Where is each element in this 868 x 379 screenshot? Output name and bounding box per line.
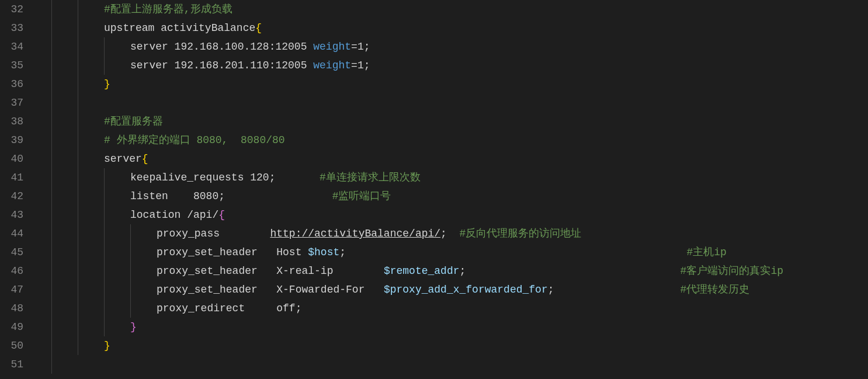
close-brace: } [104,340,110,352]
line-number: 38 [0,112,23,131]
indent-guide [51,224,52,243]
indent-guide [78,224,78,243]
comment: #配置服务器 [104,116,163,127]
indent-guide [104,299,105,318]
directive: server 192.168.201.110:12005 [130,60,313,71]
code-line[interactable] [40,93,868,112]
code-line[interactable]: } [40,318,868,336]
semicolon: ; [364,60,370,71]
indent-guide [104,37,105,56]
directive: server 192.168.100.128:12005 [130,41,313,53]
indent-guide [51,318,52,336]
comment: #客户端访问的真实ip [680,265,783,277]
indent-guide [104,280,105,299]
line-number: 48 [0,299,23,318]
code-line[interactable]: } [40,336,868,355]
line-number: 43 [0,206,23,224]
code-line[interactable]: proxy_pass http://activityBalance/api/; … [40,224,868,243]
url: http://activityBalance/api/ [270,228,440,239]
code-line-content: server 192.168.100.128:12005 weight=1; [40,41,370,53]
directive: server [104,153,142,165]
line-number: 44 [0,224,23,243]
code-line[interactable]: proxy_redirect off; [40,299,868,318]
indent-guide [130,280,131,299]
code-editor[interactable]: 3233343536373839404142434445464748495051… [0,0,868,379]
code-line-content: upstream activityBalance{ [40,22,262,34]
indent-guide [51,37,52,56]
code-line[interactable]: server{ [40,149,868,168]
semicolon: ; [460,265,466,277]
indent-guide [51,168,52,187]
code-line[interactable]: proxy_set_header X-real-ip $remote_addr;… [40,262,868,280]
line-number: 40 [0,149,23,168]
code-line[interactable]: server 192.168.201.110:12005 weight=1; [40,56,868,75]
semicolon: ; [440,228,447,239]
code-line[interactable]: keepalive_requests 120; #单连接请求上限次数 [40,168,868,187]
code-line-content: server 192.168.201.110:12005 weight=1; [40,60,370,71]
indent-guide [78,112,78,131]
code-line-content: proxy_set_header X-Fowarded-For $proxy_a… [40,284,749,295]
indent-guide [51,112,52,131]
indent-guide [78,280,78,299]
code-line[interactable] [40,355,868,374]
code-line[interactable]: proxy_set_header Host $host; #主机ip [40,243,868,262]
code-line[interactable]: #配置服务器 [40,112,868,131]
code-line-content: location /api/{ [40,209,225,221]
param: weight [313,41,351,53]
directive: location /api/ [130,209,218,221]
code-line[interactable]: location /api/{ [40,206,868,224]
indent-guide [104,168,105,187]
indent-guide [51,0,52,19]
code-line-content: listen 8080; #监听端口号 [40,190,391,202]
indent-guide [130,299,131,318]
code-area[interactable]: #配置上游服务器,形成负载upstream activityBalance{se… [35,0,868,379]
indent-guide [51,19,52,37]
line-number: 34 [0,37,23,56]
code-line[interactable]: proxy_set_header X-Fowarded-For $proxy_a… [40,280,868,299]
indent-guide [78,318,78,336]
directive: upstream activityBalance [104,22,255,34]
comment: # 外界绑定的端口 8080, 8080/80 [104,134,285,146]
directive: proxy_set_header Host [157,246,308,258]
spacer [346,246,686,258]
code-line[interactable]: #配置上游服务器,形成负载 [40,0,868,19]
indent-guide [130,224,131,243]
code-line[interactable]: upstream activityBalance{ [40,19,868,37]
indent-guide [51,243,52,262]
code-line[interactable]: listen 8080; #监听端口号 [40,187,868,206]
code-line[interactable]: } [40,75,868,93]
indent-guide [78,206,78,224]
param: weight [313,60,351,71]
code-line-content: keepalive_requests 120; #单连接请求上限次数 [40,172,421,183]
semicolon: ; [364,41,370,53]
line-number: 50 [0,336,23,355]
indent-guide [51,93,52,112]
close-brace: } [130,321,137,333]
indent-guide [51,56,52,75]
directive: proxy_pass [157,228,270,239]
open-brace: { [255,22,262,34]
indent-guide [104,318,105,336]
indent-guide [51,355,52,374]
indent-guide [78,93,78,112]
line-number: 33 [0,19,23,37]
indent-guide [78,168,78,187]
code-line-content [40,97,51,109]
line-number: 51 [0,355,23,374]
directive: listen 8080 [130,190,218,202]
indent-guide [130,262,131,280]
directive: proxy_redirect off [157,302,296,314]
comment: #监听端口号 [332,190,391,202]
code-line-content: proxy_redirect off; [40,302,301,314]
indent-guide [78,243,78,262]
code-line-content [40,359,51,370]
indent-guide [104,262,105,280]
code-line-content: #配置上游服务器,形成负载 [40,4,232,15]
indent-guide [51,75,52,93]
comment: #单连接请求上限次数 [320,172,421,183]
code-line[interactable]: server 192.168.100.128:12005 weight=1; [40,37,868,56]
comment: #代理转发历史 [680,284,750,295]
code-line[interactable]: # 外界绑定的端口 8080, 8080/80 [40,131,868,149]
line-number-gutter: 3233343536373839404142434445464748495051 [0,0,35,379]
indent-guide [51,299,52,318]
